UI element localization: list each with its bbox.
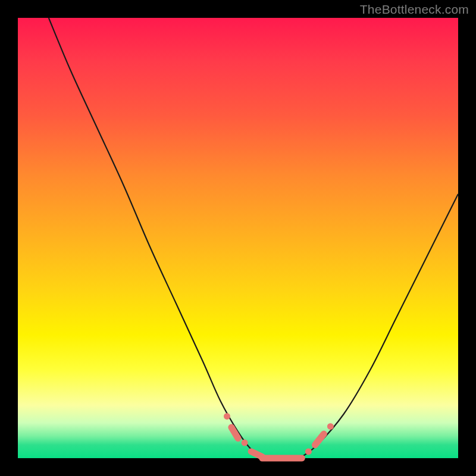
highlight-dot — [242, 440, 248, 446]
highlight-dot — [305, 448, 312, 455]
highlight-dot — [224, 413, 230, 419]
chart-stage: TheBottleneck.com — [0, 0, 476, 476]
right-curve — [300, 194, 458, 458]
highlight-dot — [327, 423, 334, 430]
plot-area — [18, 18, 458, 458]
left-curve — [49, 18, 265, 458]
highlight-segment — [315, 434, 324, 445]
curve-layer — [18, 18, 458, 458]
watermark-label: TheBottleneck.com — [360, 2, 469, 17]
